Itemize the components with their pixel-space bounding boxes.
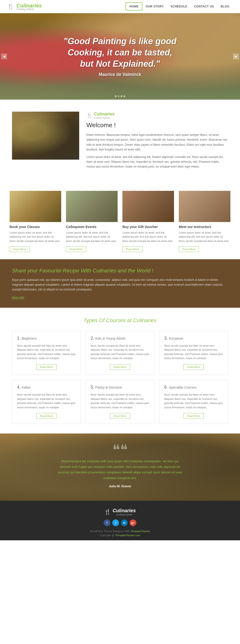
testimonial-pre: Reprehenderit qui voluptate velit esse q… (61, 460, 174, 463)
recipe-banner: Share your Favourite Recipe With Culinar… (0, 259, 240, 308)
hero-content: "Good Painting is like good Cooking, it … (60, 36, 180, 77)
feature-readmore-3[interactable]: Read More (122, 246, 142, 252)
course-card-1: 1. Beginners Nunc iaculis suscipit dui.N… (12, 331, 81, 375)
social-googleplus-link[interactable]: g+ (130, 520, 136, 526)
welcome-para1: Etiam rhoncus. Maecenas tempus, tellus e… (86, 132, 228, 152)
course-title-1: 1. Beginners (17, 336, 76, 341)
footer-copyright-link[interactable]: TemplateToaster.com (115, 534, 140, 537)
hero-dot-2[interactable] (118, 95, 120, 97)
feature-readmore-4[interactable]: Read More (179, 246, 199, 252)
feature-desc-2: Lorem ipsum dolor sit amet, test link ad… (66, 231, 118, 244)
course-title-6: 6. Speciality Courses (164, 385, 223, 390)
courses-heading-brand: Culinaries (133, 317, 156, 323)
hero-quote: "Good Painting is like good Cooking, it … (60, 36, 180, 69)
features-section: Book your Classes Lorem ipsum dolor sit … (0, 184, 240, 259)
course-title-2: 2. Kids & Young Adults (91, 336, 150, 341)
course-readmore-5[interactable]: Read More (110, 413, 130, 419)
footer-logo: 🍴 Culinaries Cooking Institute (10, 508, 230, 516)
testimonial-author: Julia W. Graver (58, 484, 182, 488)
feature-desc-4: Lorem ipsum dolor sit amet, test link ad… (179, 231, 230, 244)
welcome-logo-icon: 🍴 (86, 112, 92, 118)
course-title-5: 5. Pastry & Desserts (91, 385, 150, 390)
testimonial-text: Reprehenderit qui voluptate velit esse q… (58, 458, 182, 481)
quote-mark: ❝❝ (58, 446, 182, 454)
social-twitter-link[interactable]: t (112, 520, 119, 526)
feature-image-1 (10, 191, 61, 222)
course-title-3: 3. European (164, 336, 223, 341)
course-card-4: 4. Indian Nunc iaculis suscipit dui.Nam … (12, 380, 81, 424)
course-desc-2: Nunc iaculis suscipit dui.Nam sit amet s… (91, 344, 150, 360)
feature-card-2: Colloquium Events Lorem ipsum dolor sit … (66, 191, 118, 252)
footer-logo-subtitle: Cooking Institute (112, 514, 136, 516)
course-readmore-1[interactable]: Read More (36, 364, 56, 370)
feature-image-2 (66, 191, 118, 222)
feature-image-3 (122, 191, 174, 222)
welcome-section: 🍴 Culinaries Cooking Institute Welcome !… (0, 100, 240, 184)
welcome-content: 🍴 Culinaries Cooking Institute Welcome !… (86, 112, 228, 172)
hero-next-button[interactable]: ▶ (233, 54, 239, 59)
course-card-5: 5. Pastry & Desserts Nunc iaculis suscip… (86, 380, 154, 424)
course-readmore-2[interactable]: Read More (110, 364, 130, 370)
testimonial-content: ❝❝ Reprehenderit qui voluptate velit ess… (48, 446, 192, 488)
hero-dot-1[interactable] (115, 95, 117, 97)
course-desc-6: Nunc iaculis suscipit dui.Nam sit amet s… (164, 393, 223, 410)
recipe-heading-post: and the World ! (116, 268, 153, 274)
footer-copyright: Copyright @ TemplateToaster.com (10, 534, 230, 537)
nav-home[interactable]: HOME (126, 2, 142, 10)
courses-section: Types Of Courses at Culinaries 1. Beginn… (0, 308, 240, 434)
welcome-logo-name: Culinaries (94, 112, 115, 116)
hero-section: ◀ "Good Painting is like good Cooking, i… (0, 13, 240, 100)
hero-dot-4[interactable] (123, 95, 125, 97)
hero-prev-button[interactable]: ◀ (1, 54, 7, 59)
feature-title-1: Book your Classes (10, 225, 61, 229)
recipe-heading: Share your Favourite Recipe With Culinar… (12, 268, 228, 274)
footer-logo-icon: 🍴 (104, 509, 111, 515)
hero-dot-3[interactable] (120, 95, 122, 97)
footer: 🍴 Culinaries Cooking Institute f t in g+… (0, 501, 240, 540)
course-card-6: 6. Speciality Courses Nunc iaculis susci… (159, 380, 228, 424)
social-facebook-link[interactable]: f (104, 520, 110, 526)
course-readmore-6[interactable]: Read More (183, 413, 204, 419)
hero-dots (115, 95, 125, 97)
welcome-logo-subtitle: Cooking Institute (94, 117, 115, 119)
welcome-para2: Lorem ipsum dolor sit amet, test link ad… (86, 154, 228, 169)
nav-contact[interactable]: CONTACT US (191, 3, 218, 10)
footer-social: f t in g+ (10, 520, 230, 526)
recipe-heading-pre: Share your Favourite Recipe With (12, 268, 93, 274)
nav-blog[interactable]: BLOG (217, 3, 233, 10)
course-card-3: 3. European Nunc iaculis suscipit dui.Na… (159, 331, 228, 375)
footer-logo-name: Culinaries (112, 508, 136, 513)
course-readmore-4[interactable]: Read More (36, 413, 56, 419)
logo-icon: 🍴 (7, 3, 14, 10)
logo-name: Culinaries (16, 3, 42, 9)
feature-title-2: Colloquium Events (66, 225, 118, 229)
logo: 🍴 Culinaries Cooking Institute (7, 3, 42, 10)
courses-grid: 1. Beginners Nunc iaculis suscipit dui.N… (12, 331, 228, 424)
course-card-2: 2. Kids & Young Adults Nunc iaculis susc… (86, 331, 154, 375)
footer-templatetoaster-link[interactable]: TemplateToaster (130, 530, 150, 533)
feature-card-1: Book your Classes Lorem ipsum dolor sit … (10, 191, 61, 252)
nav-schedule[interactable]: SCHEDULE (167, 3, 191, 10)
feature-readmore-1[interactable]: Read More (10, 246, 30, 252)
nav-our-story[interactable]: OUR STORY (142, 3, 167, 10)
social-linkedin-link[interactable]: in (121, 520, 128, 526)
courses-heading: Types Of Courses at Culinaries (12, 317, 228, 324)
recipe-body: Eque porro quisquam est, qui dolorem ips… (12, 278, 228, 292)
courses-heading-pre: Types Of Courses at (84, 317, 133, 323)
footer-wordpress-text: WordPress Theme Designed With TemplateTo… (10, 530, 230, 533)
course-desc-1: Nunc iaculis suscipit dui.Nam sit amet s… (17, 344, 76, 360)
feature-readmore-2[interactable]: Read More (66, 246, 86, 252)
main-nav: HOME OUR STORY SCHEDULE CONTACT US BLOG (126, 2, 233, 10)
course-readmore-3[interactable]: Read More (183, 364, 204, 370)
welcome-logo: 🍴 Culinaries Cooking Institute (86, 112, 228, 119)
course-desc-3: Nunc iaculis suscipit dui.Nam sit amet s… (164, 344, 223, 360)
welcome-image (12, 112, 79, 160)
feature-desc-1: Lorem ipsum dolor sit amet, test link ad… (10, 231, 61, 244)
feature-title-4: Meet our Instructors (179, 225, 230, 229)
recipe-more-info-link[interactable]: More Info (12, 296, 24, 299)
welcome-heading: Welcome ! (86, 122, 228, 129)
hero-author: Maurice de Valminck (60, 72, 180, 77)
feature-desc-3: Lorem ipsum dolor sit amet, test link ad… (122, 231, 174, 244)
course-desc-4: Nunc iaculis suscipit dui.Nam sit amet s… (17, 393, 76, 410)
feature-title-3: Buy your Gift Voucher (122, 225, 174, 229)
